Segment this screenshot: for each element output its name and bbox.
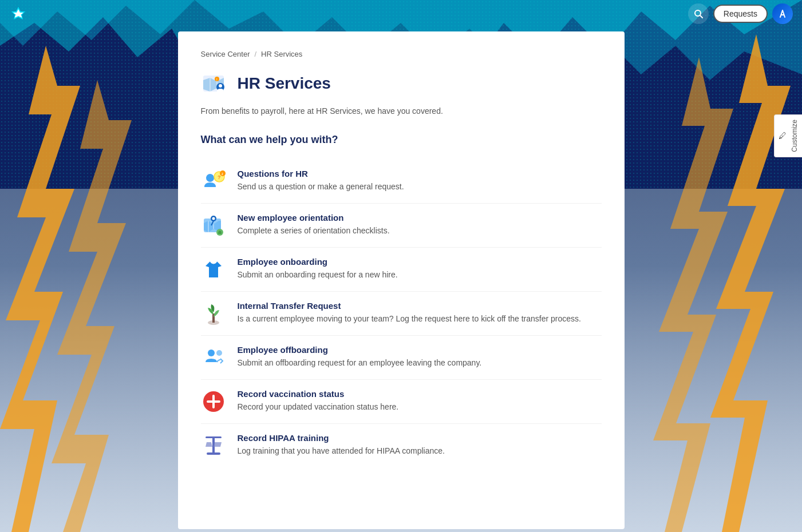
- orientation-desc: Complete a series of orientation checkli…: [238, 225, 602, 237]
- user-avatar[interactable]: [772, 3, 793, 24]
- service-item-vaccination[interactable]: Record vaccination status Record your up…: [201, 380, 602, 424]
- vaccination-title: Record vaccination status: [238, 389, 602, 399]
- service-item-orientation[interactable]: New employee orientation Complete a seri…: [201, 204, 602, 248]
- vaccination-content: Record vaccination status Record your up…: [238, 389, 602, 413]
- svg-point-16: [206, 174, 214, 182]
- vaccination-desc: Record your updated vaccination status h…: [238, 401, 602, 413]
- requests-button[interactable]: Requests: [713, 5, 768, 23]
- svg-marker-4: [52, 80, 132, 532]
- questions-hr-content: Questions for HR Send us a question or m…: [238, 169, 602, 193]
- page-description: From benefits to payroll, here at HR Ser…: [201, 106, 602, 116]
- transfer-desc: Is a current employee moving to your tea…: [238, 313, 602, 325]
- lightning-right: [607, 0, 802, 532]
- svg-marker-6: [653, 57, 733, 532]
- svg-point-28: [216, 350, 222, 356]
- offboarding-desc: Submit an offboarding request for an emp…: [238, 357, 602, 369]
- questions-hr-icon: ? 2: [201, 169, 226, 194]
- svg-point-13: [219, 84, 222, 88]
- hipaa-title: Record HIPAA training: [238, 433, 602, 443]
- svg-text:?: ?: [218, 174, 221, 180]
- offboarding-title: Employee offboarding: [238, 345, 602, 355]
- hipaa-content: Record HIPAA training Log training that …: [238, 433, 602, 457]
- nav-left: [9, 5, 27, 23]
- svg-line-10: [700, 15, 702, 18]
- page-header: ! HR Services: [201, 70, 602, 97]
- svg-text:2: 2: [222, 172, 223, 176]
- orientation-title: New employee orientation: [238, 213, 602, 223]
- onboarding-desc: Submit an onboarding request for a new h…: [238, 269, 602, 281]
- main-content-panel: Service Center / HR Services ! HR Servic…: [178, 31, 625, 529]
- service-item-offboarding[interactable]: Employee offboarding Submit an offboardi…: [201, 336, 602, 380]
- top-navigation: Requests: [0, 0, 802, 27]
- svg-point-23: [212, 217, 215, 220]
- transfer-icon: [201, 301, 226, 326]
- services-list: ? 2 Questions for HR Send us a question …: [201, 160, 602, 467]
- nav-right: Requests: [688, 3, 793, 24]
- onboarding-icon: [201, 257, 226, 282]
- orientation-content: New employee orientation Complete a seri…: [238, 213, 602, 237]
- breadcrumb-current: HR Services: [261, 50, 302, 58]
- lightning-left: [0, 0, 160, 532]
- app-logo[interactable]: [9, 5, 27, 23]
- orientation-icon: [201, 213, 226, 238]
- svg-rect-31: [207, 452, 220, 455]
- service-item-onboarding[interactable]: Employee onboarding Submit an onboarding…: [201, 248, 602, 292]
- onboarding-content: Employee onboarding Submit an onboarding…: [238, 257, 602, 281]
- offboarding-content: Employee offboarding Submit an offboardi…: [238, 345, 602, 369]
- hipaa-icon: [201, 433, 226, 458]
- service-item-transfer[interactable]: Internal Transfer Request Is a current e…: [201, 292, 602, 336]
- section-title: What can we help you with?: [201, 134, 602, 146]
- page-title: HR Services: [238, 74, 331, 93]
- breadcrumb-service-center[interactable]: Service Center: [201, 50, 250, 58]
- offboarding-icon: [201, 345, 226, 370]
- page-icon: !: [201, 70, 228, 97]
- questions-hr-title: Questions for HR: [238, 169, 602, 178]
- breadcrumb: Service Center / HR Services: [201, 50, 602, 58]
- questions-hr-desc: Send us a question or make a general req…: [238, 181, 602, 193]
- transfer-title: Internal Transfer Request: [238, 301, 602, 311]
- customize-sidebar[interactable]: Customize 🖊: [774, 114, 802, 157]
- search-button[interactable]: [688, 3, 709, 24]
- service-item-hipaa[interactable]: Record HIPAA training Log training that …: [201, 424, 602, 467]
- onboarding-title: Employee onboarding: [238, 257, 602, 267]
- customize-label: Customize: [791, 120, 799, 152]
- customize-icon: 🖊: [778, 132, 787, 140]
- hipaa-desc: Log training that you have attended for …: [238, 445, 602, 457]
- breadcrumb-separator: /: [254, 50, 256, 58]
- transfer-content: Internal Transfer Request Is a current e…: [238, 301, 602, 325]
- svg-rect-32: [206, 436, 222, 438]
- svg-point-27: [208, 350, 215, 356]
- vaccination-icon: [201, 389, 226, 414]
- service-item-questions-hr[interactable]: ? 2 Questions for HR Send us a question …: [201, 160, 602, 204]
